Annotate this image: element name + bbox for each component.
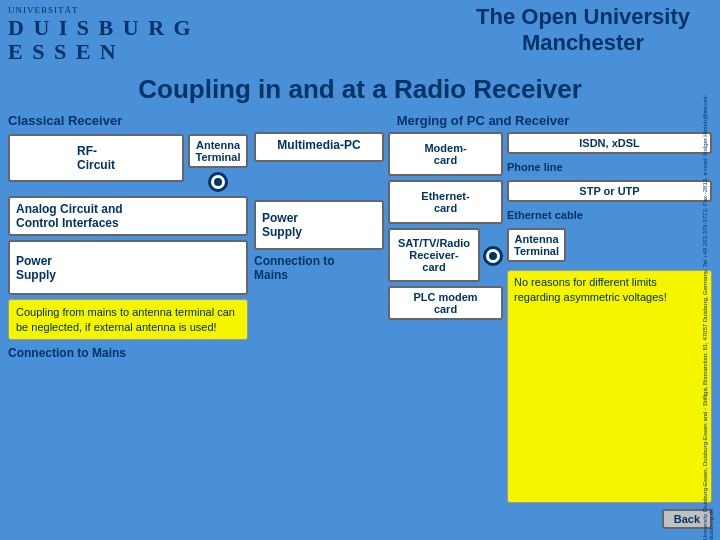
phone-line-label: Phone line [507, 158, 712, 176]
ethernet-card-box: Ethernet-card [388, 180, 503, 224]
sidebar-text: University Duisburg-Essen, Duisburg-Esse… [702, 80, 716, 540]
uni-name-text: D U I S B U R G [8, 16, 193, 40]
ethernet-cable-label: Ethernet cable [507, 206, 712, 224]
analog-circuit-box: Analog Circuit andControl Interfaces [8, 196, 248, 236]
university-logo: UNIVERSITÄT D U I S B U R G E S S E N [8, 6, 193, 64]
rf-circuit-box: RF-Circuit [8, 134, 184, 182]
open-university-text: The Open University Manchester [476, 4, 690, 57]
antenna-dot-right [483, 246, 503, 266]
plc-modem-box: PLC modemcard [388, 286, 503, 320]
connection-mains-left: Connection to Mains [8, 346, 248, 360]
main-content: Classical Receiver RF-Circuit AntennaTer… [0, 113, 720, 533]
page-title: Coupling in and at a Radio Receiver [0, 68, 720, 113]
antenna-dot-left [208, 172, 228, 192]
power-supply-right-box: PowerSupply [254, 200, 384, 250]
rf-antenna-row: RF-Circuit AntennaTerminal [8, 134, 248, 192]
uni-essen-text: E S S E N [8, 40, 193, 64]
antenna-terminal-box-left: AntennaTerminal [188, 134, 248, 168]
coupling-note: Coupling from mains to antenna terminal … [8, 299, 248, 340]
header: UNIVERSITÄT D U I S B U R G E S S E N Th… [0, 0, 720, 68]
classical-receiver-title: Classical Receiver [8, 113, 248, 128]
classical-receiver-panel: Classical Receiver RF-Circuit AntennaTer… [8, 113, 248, 529]
merging-panel-title: Merging of PC and Receiver [254, 113, 712, 128]
antenna-terminal-box-right: AntennaTerminal [507, 228, 566, 262]
stp-utp-label: STP or UTP [507, 180, 712, 202]
sat-tv-card-box: SAT/TV/RadioReceiver-card [388, 228, 480, 282]
no-reasons-note: No reasons for different limits regardin… [507, 270, 712, 503]
power-supply-left-box: PowerSupply [8, 240, 248, 295]
connection-mains-right: Connection toMains [254, 254, 384, 282]
multimedia-pc-box: Multimedia-PC [254, 132, 384, 162]
isdn-xdsl-label: ISDN, xDSL [507, 132, 712, 154]
merging-pc-receiver-panel: Merging of PC and Receiver Multimedia-PC… [254, 113, 712, 529]
modem-card-box: Modem-card [388, 132, 503, 176]
